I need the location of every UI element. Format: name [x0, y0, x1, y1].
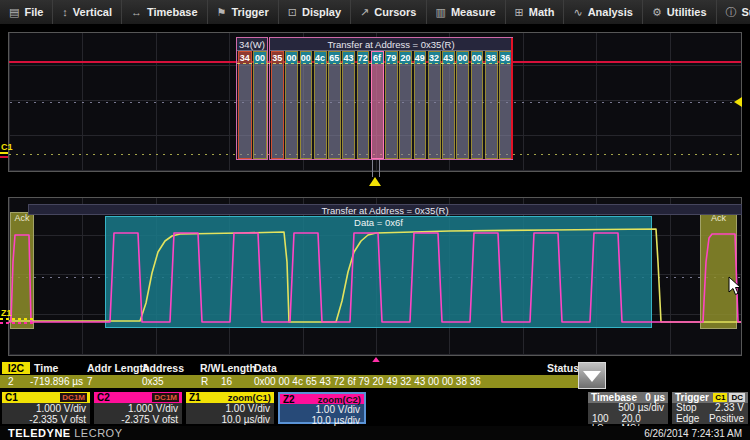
menu-label: Trigger	[231, 6, 268, 18]
cursor-arrow-icon: ↗	[360, 6, 369, 19]
i2c-byte-body	[343, 64, 354, 158]
i2c-byte-body	[486, 64, 497, 158]
table-scroll-down-button[interactable]	[578, 362, 606, 389]
i2c-byte-body	[386, 64, 397, 158]
menu-label: Vertical	[73, 6, 112, 18]
menu-utilities[interactable]: ⚙Utilities	[643, 0, 717, 24]
menu-support[interactable]: ⓘSupport	[717, 0, 750, 24]
i2c-byte-4c: 4c	[314, 51, 327, 159]
menu-label: Math	[529, 6, 555, 18]
menu-label: Cursors	[374, 6, 416, 18]
i2c-frame-end-marker	[511, 38, 513, 159]
trigger-source-badge: C1	[713, 393, 727, 402]
trigger-slope: Positive	[709, 414, 744, 425]
table-col-address: Address	[142, 362, 184, 375]
offset-or-timebase: -2.335 V ofst	[6, 415, 86, 426]
i2c-byte-body	[315, 64, 326, 158]
table-col-time: Time	[34, 362, 58, 375]
channel-name: C2	[97, 392, 110, 403]
timebase-tdiv: 500 µs/div	[618, 403, 664, 414]
z1-baseline-marker	[0, 318, 34, 320]
i2c-protocol-chip[interactable]: I2C	[2, 362, 30, 374]
trigger-descriptor[interactable]: Trigger C1 DC Stop 2.33 V Edge Positive	[672, 392, 748, 424]
timebase-descriptor[interactable]: Timebase 0 µs 500 µs/div 100 kS 20.0 MS/…	[588, 392, 668, 424]
i2c-byte-body	[500, 64, 511, 158]
table-cell-3: 0x35	[142, 375, 164, 388]
offset-or-timebase: 10.0 µs/div	[284, 416, 360, 427]
menu-timebase[interactable]: ↔Timebase	[122, 0, 208, 24]
coupling-badge: DC1M	[60, 393, 87, 402]
table-col-addr-length: Addr Length	[87, 362, 149, 375]
i2c-byte-49: 49	[414, 51, 427, 159]
i2c-frame-label: Transfer at Address = 0x35(R)	[270, 38, 512, 51]
menu-vertical[interactable]: ↕Vertical	[53, 0, 122, 24]
i2c-byte-43: 43	[442, 51, 455, 159]
descriptor-z1[interactable]: Z1zoom(C1)1.00 V/div10.0 µs/div	[186, 392, 274, 424]
i2c-byte-79: 79	[385, 51, 398, 159]
support-info-icon: ⓘ	[726, 5, 737, 20]
menu-analysis[interactable]: ∿Analysis	[564, 0, 642, 24]
i2c-frame-group-0: 34(W)3400	[236, 37, 268, 160]
i2c-byte-72: 72	[357, 51, 370, 159]
z1-sda-trace	[9, 229, 741, 322]
menu-math[interactable]: ⊞Math	[506, 0, 565, 24]
zoom-waveforms	[9, 198, 741, 355]
i2c-byte-body	[329, 64, 340, 158]
trigger-flag-icon: ⚑	[217, 6, 227, 19]
menu-measure[interactable]: ▥Measure	[427, 0, 506, 24]
status-bar: TELEDYNE LECROY 6/26/2014 7:24:31 AM	[0, 426, 750, 440]
i2c-byte-body	[443, 64, 454, 158]
channel-name: Z1	[189, 392, 201, 403]
scale-per-div: 1.00 V/div	[284, 405, 360, 416]
i2c-byte-body	[415, 64, 426, 158]
i2c-byte-body	[239, 64, 251, 158]
clock-datetime: 6/26/2014 7:24:31 AM	[644, 428, 742, 439]
i2c-byte-body	[286, 64, 297, 158]
table-cell-4: R	[201, 375, 208, 388]
menu-trigger[interactable]: ⚑Trigger	[208, 0, 279, 24]
i2c-frame-group-1: Transfer at Address = 0x35(R)3500004c654…	[269, 37, 513, 160]
trigger-mode: Stop	[676, 403, 697, 414]
table-cell-0: 2	[8, 375, 14, 388]
scale-per-div: 1.00 V/div	[190, 404, 270, 415]
descriptor-z2[interactable]: Z2zoom(C2)1.00 V/div10.0 µs/div	[278, 392, 366, 424]
scale-per-div: 1.000 V/div	[98, 404, 178, 415]
menu-label: Timebase	[147, 6, 198, 18]
scale-per-div: 1.000 V/div	[6, 404, 86, 415]
menu-label: Analysis	[588, 6, 633, 18]
i2c-byte-body	[472, 64, 483, 158]
menu-label: Display	[302, 6, 341, 18]
i2c-byte-00: 00	[253, 51, 267, 159]
coupling-badge: DC1M	[152, 393, 179, 402]
z2-baseline-marker	[0, 322, 34, 324]
table-cell-1: -719.896 µs	[30, 375, 83, 388]
decode-table-header: I2C TimeAddr LengthAddressR/WLengthDataS…	[0, 362, 606, 375]
i2c-byte-35: 35	[271, 51, 284, 159]
trigger-level: 2.33 V	[715, 403, 744, 414]
i2c-byte-body	[301, 64, 312, 158]
descriptor-c1[interactable]: C1DC1M1.000 V/div-2.335 V ofst	[2, 392, 90, 424]
trigger-type: Edge	[676, 414, 699, 425]
i2c-byte-00: 00	[471, 51, 484, 159]
table-col-length: Length	[221, 362, 256, 375]
descriptor-c2[interactable]: C2DC1M1.000 V/div-2.375 V ofst	[94, 392, 182, 424]
c1-offset-marker	[0, 152, 8, 154]
i2c-byte-38: 38	[485, 51, 498, 159]
menu-label: Support	[742, 6, 750, 18]
i2c-byte-body	[254, 64, 266, 158]
i2c-byte-body	[272, 64, 283, 158]
i2c-frame-label: 34(W)	[237, 38, 267, 51]
c1-channel-indicator[interactable]: C1	[1, 142, 13, 152]
zoom-position-marker[interactable]	[369, 177, 381, 186]
menu-label: File	[24, 6, 43, 18]
menu-cursors[interactable]: ↗Cursors	[351, 0, 426, 24]
math-icon: ⊞	[515, 6, 524, 19]
menu-file[interactable]: ▤File	[0, 0, 53, 24]
menu-display[interactable]: ⊡Display	[279, 0, 351, 24]
z1-trace-indicator[interactable]: Z1	[1, 308, 12, 318]
decode-table-row[interactable]: 2-719.896 µs70x35R160x00 00 4c 65 43 72 …	[0, 375, 578, 388]
trigger-level-marker[interactable]	[734, 97, 742, 107]
i2c-byte-34: 34	[238, 51, 252, 159]
table-col-status: Status	[547, 362, 579, 375]
offset-or-timebase: -2.375 V ofst	[98, 415, 178, 426]
